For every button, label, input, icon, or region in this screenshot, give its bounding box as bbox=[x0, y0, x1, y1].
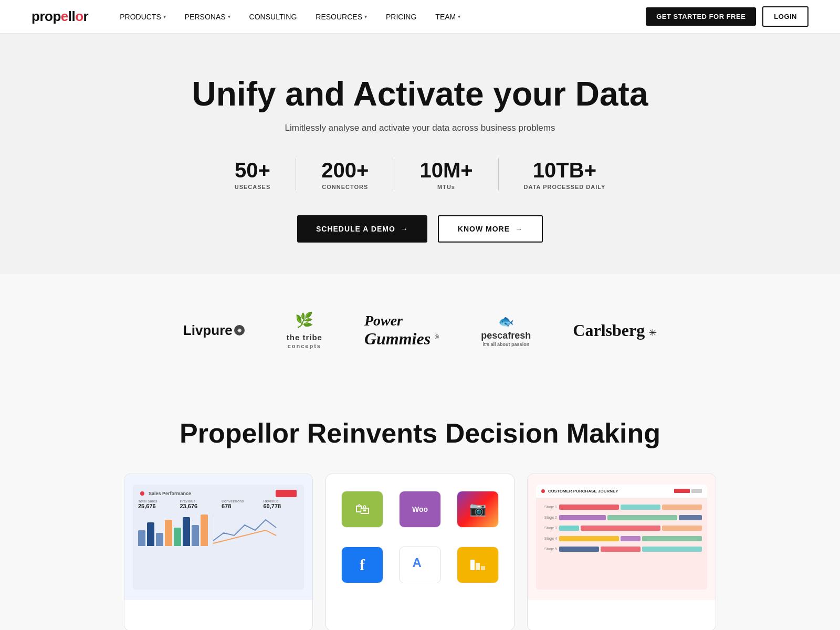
nav-consulting[interactable]: CONSULTING bbox=[249, 13, 297, 21]
bar-chart-item bbox=[165, 520, 172, 546]
instagram-icon: 📷 bbox=[469, 501, 486, 517]
woo-icon: Woo bbox=[412, 505, 428, 513]
dashboard-title-label: Sales Performance bbox=[149, 491, 191, 496]
bar-chart-item bbox=[183, 517, 190, 546]
stat-number: 200+ bbox=[321, 159, 369, 182]
stats-row: 50+ USECASES 200+ CONNECTORS 10M+ MTUs 1… bbox=[21, 159, 819, 190]
section-title: Propellor Reinvents Decision Making bbox=[42, 418, 798, 448]
journey-preview: CUSTOMER PURCHASE JOURNEY Stage 1 bbox=[528, 474, 716, 600]
tribe-concepts-label: concepts bbox=[287, 342, 322, 350]
woocommerce-integration: Woo bbox=[399, 491, 441, 528]
dashboard-card: Sales Performance Total Sales 25,676 Pre… bbox=[124, 474, 313, 630]
journey-dot bbox=[541, 489, 545, 493]
pescafresh-logo: 🐟 pescafresh it's all about passion bbox=[481, 313, 531, 348]
stat-label: DATA PROCESSED DAILY bbox=[524, 184, 606, 190]
hero-section: Unify and Activate your Data Limitlessly… bbox=[0, 34, 840, 274]
decision-section: Propellor Reinvents Decision Making Sale… bbox=[0, 387, 840, 630]
dashboard-header: Sales Performance bbox=[140, 490, 297, 497]
stat-number: 10M+ bbox=[419, 159, 472, 182]
navbar: prop e llor PRODUCTS ▾ PERSONAS ▾ CONSUL… bbox=[0, 0, 840, 34]
tribe-plant-icon: 🌿 bbox=[287, 311, 322, 330]
nav-products[interactable]: PRODUCTS ▾ bbox=[120, 13, 166, 21]
dashboard-mockup: Sales Performance Total Sales 25,676 Pre… bbox=[133, 485, 304, 590]
carlsberg-logo: Carlsberg ✳ bbox=[573, 321, 657, 340]
stat-label: USECASES bbox=[235, 184, 271, 190]
cards-row: Sales Performance Total Sales 25,676 Pre… bbox=[42, 474, 798, 630]
stat-label: CONNECTORS bbox=[321, 184, 369, 190]
dashboard-preview: Sales Performance Total Sales 25,676 Pre… bbox=[124, 474, 312, 600]
nav-actions: GET STARTED FOR FREE LOGIN bbox=[646, 6, 808, 27]
livpure-logo: Livpure ◉ bbox=[183, 322, 245, 339]
schedule-demo-button[interactable]: SCHEDULE A DEMO → bbox=[297, 215, 427, 243]
tribe-logo: 🌿 the tribe concepts bbox=[287, 311, 322, 350]
nav-personas[interactable]: PERSONAS ▾ bbox=[185, 13, 230, 21]
chevron-down-icon: ▾ bbox=[364, 14, 367, 19]
pescafresh-fish-icon: 🐟 bbox=[481, 313, 531, 329]
google-ads-icon: A bbox=[412, 554, 428, 575]
nav-pricing[interactable]: PRICING bbox=[386, 13, 416, 21]
powerbi-icon bbox=[468, 555, 487, 574]
facebook-integration: f bbox=[341, 547, 383, 583]
stat-number: 10TB+ bbox=[524, 159, 606, 182]
carlsberg-snowflake-icon: ✳ bbox=[649, 328, 657, 338]
status-dot-red bbox=[140, 491, 144, 496]
tribe-label: the tribe bbox=[287, 332, 322, 343]
google-ads-svg: A bbox=[412, 554, 428, 571]
svg-rect-3 bbox=[481, 566, 485, 570]
journey-mockup: CUSTOMER PURCHASE JOURNEY Stage 1 bbox=[536, 485, 707, 590]
stat-data-processed: 10TB+ DATA PROCESSED DAILY bbox=[499, 159, 631, 190]
shopify-integration: 🛍 bbox=[341, 491, 383, 528]
logos-section: Livpure ◉ 🌿 the tribe concepts PowerGumm… bbox=[0, 274, 840, 386]
pescafresh-label: pescafresh bbox=[481, 330, 531, 342]
bar-chart-item bbox=[138, 530, 145, 546]
google-ads-integration: A bbox=[399, 547, 441, 583]
journey-card: CUSTOMER PURCHASE JOURNEY Stage 1 bbox=[527, 474, 716, 630]
journey-title: CUSTOMER PURCHASE JOURNEY bbox=[548, 489, 618, 494]
svg-text:A: A bbox=[413, 555, 422, 570]
bar-chart-item bbox=[192, 525, 199, 546]
integrations-grid: 🛍 Woo 📷 f A bbox=[326, 474, 514, 600]
logo[interactable]: prop e llor bbox=[32, 8, 88, 25]
chevron-down-icon: ▾ bbox=[228, 14, 230, 19]
line-chart bbox=[213, 514, 299, 546]
shopify-icon: 🛍 bbox=[355, 500, 370, 518]
livpure-dot: ◉ bbox=[234, 325, 245, 335]
know-more-button[interactable]: KNOW MORE → bbox=[438, 215, 543, 243]
bar-chart-item bbox=[201, 514, 208, 546]
stat-label: MTUs bbox=[419, 184, 472, 190]
arrow-icon: → bbox=[515, 225, 523, 233]
powerbi-integration bbox=[457, 547, 499, 583]
nav-links: PRODUCTS ▾ PERSONAS ▾ CONSULTING RESOURC… bbox=[120, 13, 646, 21]
chevron-down-icon: ▾ bbox=[458, 14, 460, 19]
hero-title: Unify and Activate your Data bbox=[21, 76, 819, 112]
svg-rect-2 bbox=[476, 563, 480, 570]
bar-chart-item bbox=[156, 533, 163, 546]
facebook-icon: f bbox=[360, 556, 365, 574]
stat-connectors: 200+ CONNECTORS bbox=[296, 159, 394, 190]
bar-chart-item bbox=[174, 528, 181, 546]
login-button[interactable]: LOGIN bbox=[762, 6, 808, 27]
nav-resources[interactable]: RESOURCES ▾ bbox=[316, 13, 367, 21]
bar-chart-item bbox=[147, 522, 154, 546]
stat-usecases: 50+ USECASES bbox=[209, 159, 297, 190]
powergummies-logo: PowerGummies ® bbox=[364, 312, 439, 349]
hero-subtitle: Limitlessly analyse and activate your da… bbox=[21, 123, 819, 133]
integrations-card: 🛍 Woo 📷 f A bbox=[326, 474, 514, 630]
hero-buttons: SCHEDULE A DEMO → KNOW MORE → bbox=[21, 215, 819, 243]
get-started-button[interactable]: GET STARTED FOR FREE bbox=[646, 7, 756, 26]
journey-lines: Stage 1 Stage 2 bbox=[536, 498, 707, 558]
svg-rect-1 bbox=[470, 560, 475, 570]
stat-number: 50+ bbox=[235, 159, 271, 182]
nav-team[interactable]: TEAM ▾ bbox=[435, 13, 460, 21]
logo-text: prop e llor bbox=[32, 8, 88, 25]
instagram-integration: 📷 bbox=[457, 491, 499, 528]
journey-header: CUSTOMER PURCHASE JOURNEY bbox=[536, 485, 707, 498]
arrow-icon: → bbox=[401, 225, 408, 233]
stat-mtus: 10M+ MTUs bbox=[394, 159, 498, 190]
chevron-down-icon: ▾ bbox=[163, 14, 166, 19]
pescafresh-tagline: it's all about passion bbox=[481, 342, 531, 348]
